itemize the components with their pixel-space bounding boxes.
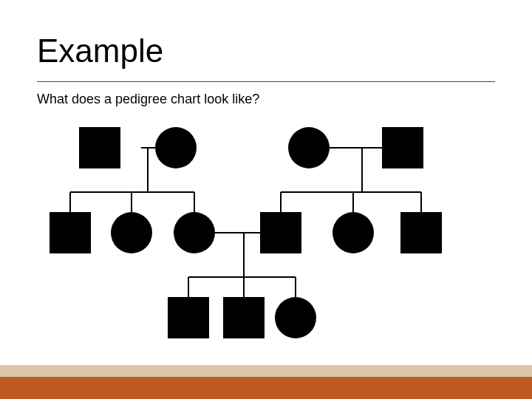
male-icon bbox=[168, 297, 209, 338]
male-icon bbox=[79, 127, 120, 168]
slide: Example What does a pedigree chart look … bbox=[0, 0, 532, 399]
female-icon bbox=[332, 212, 374, 253]
footer-bar-orange bbox=[0, 377, 532, 399]
female-icon bbox=[174, 212, 215, 253]
male-icon bbox=[260, 212, 301, 253]
female-icon bbox=[111, 212, 152, 253]
male-icon bbox=[400, 212, 442, 253]
male-icon bbox=[223, 297, 265, 338]
pedigree-diagram bbox=[0, 0, 532, 399]
female-icon bbox=[155, 127, 197, 168]
male-icon bbox=[50, 212, 91, 253]
female-icon bbox=[275, 297, 316, 338]
male-icon bbox=[382, 127, 423, 168]
female-icon bbox=[288, 127, 330, 168]
